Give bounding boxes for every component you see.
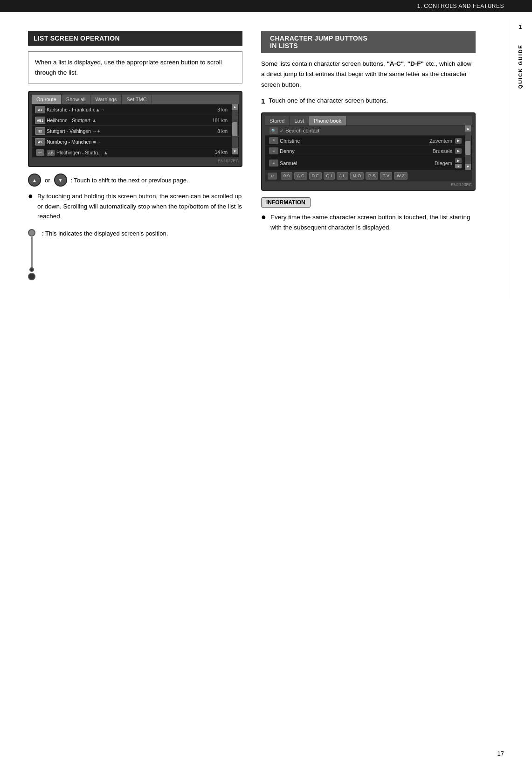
phone-scroll-bar[interactable]: ▲ ▼ — [465, 125, 471, 170]
quick-guide-label: QUICK GUIDE — [518, 44, 523, 89]
phone-tab-last[interactable]: Last — [290, 116, 309, 125]
left-section-header: LIST SCREEN OPERATION — [28, 31, 242, 46]
search-contact-row: 🔍 ✓ Search contact — [265, 126, 472, 136]
contact-arrow-2: ▶ — [455, 148, 462, 154]
row-text: Heilbronn - Stuttgart ▲ — [47, 118, 212, 123]
row-icon: A1 — [34, 106, 47, 113]
contact-location-1: Zaventem — [429, 138, 452, 144]
jump-buttons-row: ↩ 0-9 A-C D-F G-I J-L M-O P-S T-V W-Z — [265, 170, 472, 181]
phone-tab-phonebook[interactable]: Phone book — [309, 116, 346, 125]
info-bullet-dot: ● — [261, 212, 269, 222]
scroll-position-handle — [29, 267, 34, 272]
nav-or-text: or — [45, 177, 50, 184]
info-box-text: When a list is displayed, use the approp… — [35, 59, 222, 76]
jump-btn-d-f[interactable]: D-F — [309, 172, 322, 180]
search-row-icon: 🔍 — [268, 127, 280, 134]
row-icon: 32 — [34, 127, 47, 135]
left-section-heading: LIST SCREEN OPERATION — [34, 35, 120, 42]
scroll-up-circle-icon[interactable]: ▲ — [28, 174, 41, 187]
contact-icon-1: ≡ — [268, 137, 280, 144]
phone-tabs: Stored Last Phone book — [265, 116, 472, 126]
scroll-top-circle — [28, 229, 35, 236]
jump-btn-g-i[interactable]: G-I — [324, 172, 335, 180]
screen-row: AB1 Heilbronn - Stuttgart ▲ 181 km — [32, 115, 239, 126]
jump-btn-j-l[interactable]: J-L — [337, 172, 348, 180]
jump-btn-t-v[interactable]: T-V — [380, 172, 392, 180]
char-section-header: CHARACTER JUMP BUTTONS IN LISTS — [261, 31, 476, 53]
page-header: 1. CONTROLS AND FEATURES — [0, 0, 532, 12]
contact-arrow-3: ▶ ▼ — [455, 158, 462, 168]
scroll-down-circle-icon[interactable]: ▼ — [54, 174, 67, 187]
phone-contact-row-1: ≡ Christine Zaventem ▶ — [265, 136, 472, 146]
header-title: 1. CONTROLS AND FEATURES — [417, 3, 504, 9]
phone-screen-mockup: Stored Last Phone book 🔍 ✓ Search contac… — [261, 112, 476, 191]
page-number-bottom: 17 — [497, 750, 504, 757]
phone-scroll-down-btn[interactable]: ▼ — [465, 164, 471, 170]
left-column: LIST SCREEN OPERATION When a list is dis… — [28, 31, 242, 284]
jump-btn-m-o[interactable]: M-O — [350, 172, 364, 180]
search-contact-text: Search contact — [285, 128, 319, 133]
scroll-handle[interactable] — [232, 122, 237, 136]
scroll-bottom-circle — [28, 273, 35, 280]
screen-tab-show-all[interactable]: Show all — [62, 95, 91, 104]
char-header-text: CHARACTER JUMP BUTTONS IN LISTS — [264, 31, 476, 53]
navigation-screen-mockup: On route Show all Warnings Set TMC A1 Ka… — [28, 91, 242, 167]
back-button-phone[interactable]: ↩ — [268, 173, 277, 180]
information-section: INFORMATION ● Every time the same charac… — [261, 197, 476, 232]
screen-row: A9 Nürnberg - München ■→ — [32, 137, 239, 147]
row-distance: 8 km — [217, 129, 228, 134]
row-distance: 14 km — [215, 150, 228, 155]
step-1-number: 1 — [261, 96, 265, 107]
screen-row: A1 Karlsruhe - Frankfurt c▲→ 3 km — [32, 104, 239, 115]
scroll-indicator-section: : This indicates the displayed screen's … — [28, 229, 242, 280]
screen-tab-set-tmc[interactable]: Set TMC — [122, 95, 152, 104]
row-text: Karlsruhe - Frankfurt c▲→ — [47, 107, 217, 112]
screen-label: EN1027EC — [32, 159, 239, 163]
search-contact-label: ✓ Search contact — [280, 128, 319, 133]
contact-arrow-1: ▶ — [455, 138, 462, 144]
scroll-down-button[interactable]: ▼ — [232, 148, 238, 154]
row-distance: 181 km — [212, 118, 228, 123]
row-icon: AB1 — [34, 117, 47, 124]
jump-btn-0-9[interactable]: 0-9 — [281, 172, 292, 180]
contact-location-3: Diegem — [435, 160, 452, 166]
information-badge: INFORMATION — [261, 197, 311, 208]
phone-contact-row-2: ≡ Denny Brussels ▶ — [265, 146, 472, 156]
main-content: LIST SCREEN OPERATION When a list is dis… — [0, 12, 508, 312]
right-column: CHARACTER JUMP BUTTONS IN LISTS Some lis… — [261, 31, 476, 284]
phone-screen-inner: Stored Last Phone book 🔍 ✓ Search contac… — [265, 116, 472, 181]
contact-icon-3: ≡ — [268, 160, 280, 167]
scroll-up-button[interactable]: ▲ — [232, 104, 238, 110]
list-screen-info-box: When a list is displayed, use the approp… — [28, 51, 242, 83]
information-bullet-item: ● Every time the same character screen b… — [261, 212, 476, 232]
step-1-text: Touch one of the character screen button… — [269, 97, 388, 104]
screen-row: 32 Stuttgart - Vaihingen →+ 8 km — [32, 126, 239, 137]
phone-tab-stored[interactable]: Stored — [265, 116, 290, 125]
scroll-bar[interactable]: ▲ ▼ — [232, 104, 238, 154]
contact-location-2: Brussels — [433, 148, 452, 154]
bullet-item-scroll: ● By touching and holding this screen bu… — [28, 191, 242, 222]
bullet-dot: ● — [28, 191, 35, 201]
phone-contact-row-3: ≡ Samuel Diegem ▶ ▼ — [265, 156, 472, 170]
right-sidebar: 1 QUICK GUIDE — [508, 19, 532, 299]
row-text: Stuttgart - Vaihingen →+ — [47, 128, 217, 134]
nav-icons-row: ▲ or ▼ : Touch to shift to the next or p… — [28, 174, 242, 187]
phone-scroll-handle[interactable] — [465, 141, 470, 155]
screen-row: ↩ ABPlochingen - Stuttg... ▲ 14 km — [32, 147, 239, 158]
row-text: Nürnberg - München ■→ — [47, 139, 228, 145]
two-column-layout: LIST SCREEN OPERATION When a list is dis… — [28, 31, 476, 284]
screen-tab-warnings[interactable]: Warnings — [90, 95, 122, 104]
step-1: 1 Touch one of the character screen butt… — [261, 96, 476, 106]
jump-btn-p-s[interactable]: P-S — [366, 172, 378, 180]
contact-name-1: Christine — [280, 138, 429, 144]
phone-scroll-up-btn[interactable]: ▲ — [465, 125, 471, 132]
jump-btn-w-z[interactable]: W-Z — [394, 172, 408, 180]
row-distance: 3 km — [217, 107, 228, 112]
jump-btn-a-c[interactable]: A-C — [294, 172, 307, 180]
accent-bar — [261, 31, 264, 53]
contact-name-2: Denny — [280, 148, 433, 154]
screen-tab-on-route[interactable]: On route — [32, 95, 62, 104]
char-heading-line2: IN LISTS — [270, 42, 298, 49]
row-text: ABPlochingen - Stuttg... ▲ — [47, 150, 215, 155]
phone-screen-label: EN1123EC — [265, 182, 472, 187]
